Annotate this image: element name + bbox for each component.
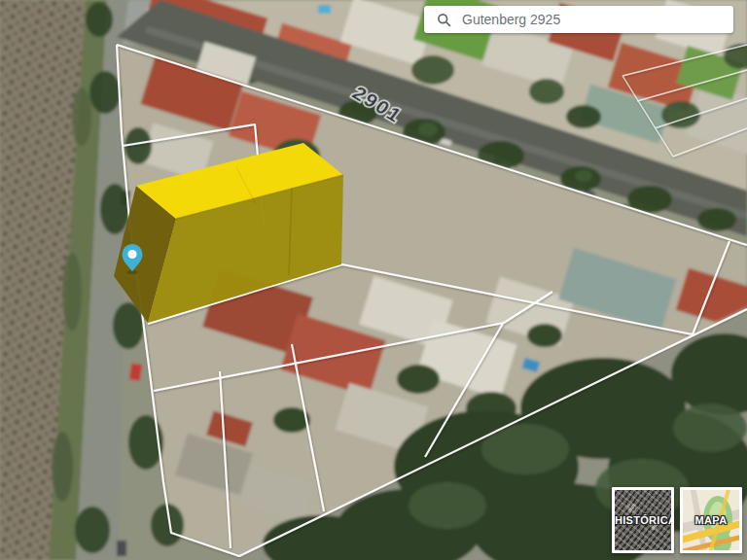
layer-option-mapa[interactable]: MAPA xyxy=(680,487,742,553)
map-viewport: 2901 xyxy=(0,0,747,560)
layer-switcher: HISTÓRICA MAPA xyxy=(612,487,742,553)
layer-option-historical[interactable]: HISTÓRICA xyxy=(612,487,674,553)
search-bar xyxy=(424,6,733,33)
historical-thumbnail-image xyxy=(615,490,671,550)
map-canvas[interactable]: 2901 xyxy=(0,0,747,560)
mapa-thumbnail-image xyxy=(683,490,739,550)
search-input[interactable] xyxy=(462,12,705,27)
search-icon xyxy=(437,13,451,27)
aerial-imagery xyxy=(0,0,747,560)
pin-hole xyxy=(127,250,136,259)
